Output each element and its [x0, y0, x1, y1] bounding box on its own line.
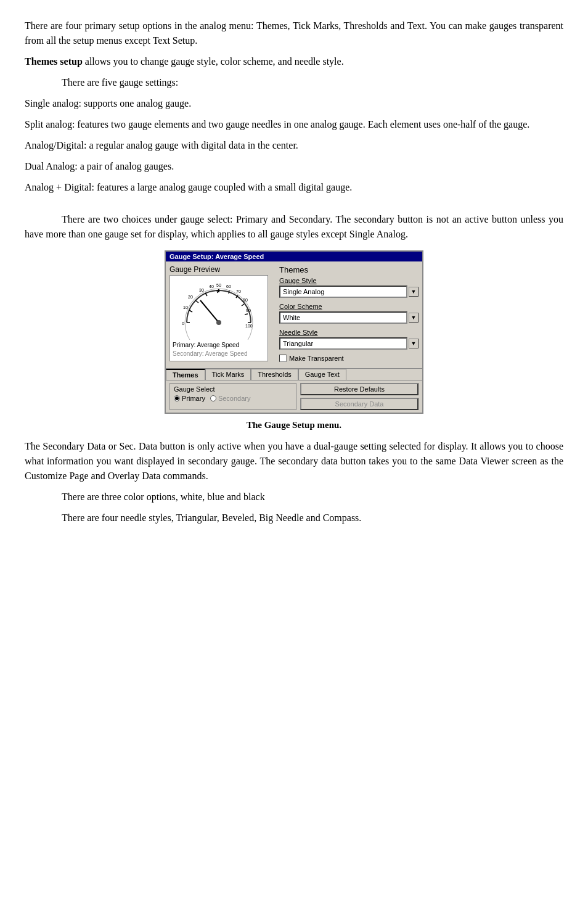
- secondary-value: Average Speed: [205, 350, 248, 357]
- color-scheme-group: Color Scheme White ▼: [279, 303, 419, 324]
- color-scheme-label: Color Scheme: [279, 303, 419, 310]
- gauge-style-dropdown[interactable]: Single Analog: [279, 286, 407, 298]
- svg-text:40: 40: [209, 284, 214, 289]
- make-transparent-row[interactable]: Make Transparent: [279, 355, 419, 362]
- make-transparent-label: Make Transparent: [289, 355, 344, 362]
- paragraph-8: Analog + Digital: features a large analo…: [25, 180, 563, 195]
- themes-header: Themes: [279, 265, 419, 274]
- gauge-select-box: Gauge Select Primary Secondary: [169, 383, 296, 410]
- radio-primary-button[interactable]: [174, 395, 180, 401]
- radio-secondary-item[interactable]: Secondary: [210, 395, 251, 402]
- paragraph-2-rest: allows you to change gauge style, color …: [83, 56, 344, 67]
- svg-text:10: 10: [183, 305, 188, 310]
- radio-secondary-label: Secondary: [218, 395, 251, 402]
- caption: The Gauge Setup menu.: [25, 420, 563, 430]
- svg-text:100: 100: [245, 324, 253, 328]
- svg-line-13: [229, 290, 229, 294]
- svg-line-9: [217, 290, 218, 293]
- primary-value: Average Speed: [197, 342, 239, 348]
- paragraph-3: There are five gauge settings:: [25, 75, 563, 90]
- needle-style-group: Needle Style Triangular ▼: [279, 329, 419, 350]
- make-transparent-checkbox[interactable]: [279, 355, 287, 362]
- paragraph-4: Single analog: supports one analog gauge…: [25, 96, 563, 111]
- gauge-bottom-section: Gauge Select Primary Secondary: [166, 380, 422, 413]
- color-scheme-dropdown-row[interactable]: White ▼: [279, 311, 419, 324]
- dialog-titlebar: Gauge Setup: Average Speed: [166, 252, 422, 261]
- gauge-style-dropdown-row[interactable]: Single Analog ▼: [279, 286, 419, 298]
- svg-text:20: 20: [188, 295, 193, 299]
- secondary-data-button[interactable]: Secondary Data: [300, 398, 419, 410]
- gauge-setup-dialog: Gauge Setup: Average Speed Gauge Preview: [165, 250, 423, 414]
- gauge-style-label: Gauge Style: [279, 277, 419, 284]
- secondary-label: Secondary:: [173, 350, 204, 357]
- gauge-tabs: Themes Tick Marks Thresholds Gauge Text: [166, 368, 422, 380]
- themes-setup-bold: Themes setup: [25, 56, 83, 67]
- color-scheme-value: White: [283, 314, 300, 321]
- gauge-style-value: Single Analog: [283, 288, 324, 295]
- paragraph-10: The Secondary Data or Sec. Data button i…: [25, 439, 563, 483]
- svg-text:70: 70: [236, 289, 241, 294]
- gauge-style-group: Gauge Style Single Analog ▼: [279, 277, 419, 298]
- radio-primary-item[interactable]: Primary: [174, 395, 205, 402]
- needle-style-arrow[interactable]: ▼: [409, 339, 419, 348]
- color-scheme-arrow[interactable]: ▼: [409, 313, 419, 323]
- svg-text:80: 80: [243, 298, 248, 302]
- primary-label-row: Primary: Average Speed: [173, 341, 265, 350]
- svg-point-0: [185, 289, 253, 340]
- gauge-select-title: Gauge Select: [174, 385, 292, 393]
- svg-text:90: 90: [246, 308, 251, 313]
- tab-themes[interactable]: Themes: [166, 369, 205, 380]
- gauge-dialog-wrapper: Gauge Setup: Average Speed Gauge Preview: [25, 250, 563, 414]
- secondary-label-row: Secondary: Average Speed: [173, 350, 265, 358]
- primary-label: Primary:: [173, 342, 195, 348]
- dialog-body: Gauge Preview 0: [166, 261, 422, 366]
- restore-defaults-button[interactable]: Restore Defaults: [300, 383, 419, 395]
- paragraph-12: There are four needle styles, Triangular…: [25, 511, 563, 525]
- tab-tick-marks[interactable]: Tick Marks: [205, 369, 251, 380]
- needle-style-value: Triangular: [283, 340, 313, 347]
- paragraph-5: Split analog: features two gauge element…: [25, 117, 563, 132]
- color-scheme-dropdown[interactable]: White: [279, 311, 407, 324]
- needle-style-label: Needle Style: [279, 329, 419, 336]
- paragraph-2: Themes setup allows you to change gauge …: [25, 54, 563, 69]
- radio-primary-dot: [175, 397, 179, 400]
- svg-point-24: [216, 320, 221, 325]
- gauge-style-arrow[interactable]: ▼: [409, 287, 419, 297]
- svg-text:50: 50: [216, 283, 221, 287]
- paragraph-1: There are four primary setup options in …: [25, 19, 563, 48]
- tab-thresholds[interactable]: Thresholds: [251, 369, 298, 380]
- radio-primary-label: Primary: [182, 395, 205, 402]
- gauge-preview-label: Gauge Preview: [169, 265, 274, 274]
- gauge-themes-section: Themes Gauge Style Single Analog ▼ Color…: [279, 265, 419, 362]
- tab-gauge-text[interactable]: Gauge Text: [298, 369, 346, 380]
- needle-style-dropdown[interactable]: Triangular: [279, 337, 407, 350]
- radio-secondary-button[interactable]: [210, 395, 216, 401]
- paragraph-6: Analog/Digital: a regular analog gauge w…: [25, 138, 563, 153]
- paragraph-9: There are two choices under gauge select…: [25, 212, 563, 242]
- svg-text:60: 60: [226, 284, 231, 289]
- primary-secondary-labels: Primary: Average Speed Secondary: Averag…: [170, 340, 267, 360]
- svg-line-19: [245, 314, 248, 315]
- svg-text:30: 30: [199, 288, 204, 292]
- restore-secondary-column: Restore Defaults Secondary Data: [300, 383, 419, 410]
- needle-style-dropdown-row[interactable]: Triangular ▼: [279, 337, 419, 350]
- gauge-preview-box: 0 10 20 30 40: [169, 275, 268, 361]
- gauge-preview-section: Gauge Preview 0: [169, 265, 274, 362]
- svg-text:0: 0: [182, 321, 184, 326]
- gauge-svg: 0 10 20 30 40: [176, 278, 262, 340]
- paragraph-7: Dual Analog: a pair of analog gauges.: [25, 159, 563, 174]
- paragraph-11: There are three color options, white, bl…: [25, 490, 563, 504]
- radio-row: Primary Secondary: [174, 395, 292, 402]
